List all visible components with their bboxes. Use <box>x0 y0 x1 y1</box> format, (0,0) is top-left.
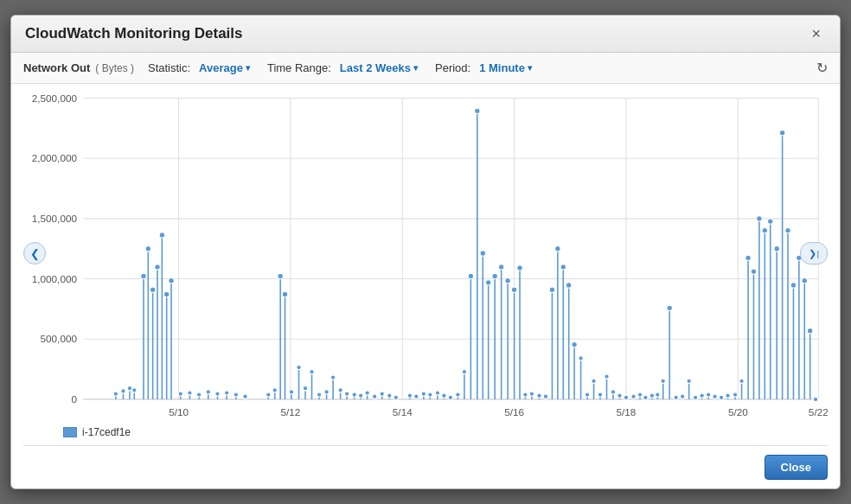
svg-point-78 <box>282 291 287 297</box>
chart-area: ❮ ❯| .grid-line { stroke: #e0e0e0; strok… <box>11 84 840 421</box>
svg-point-136 <box>485 280 490 285</box>
svg-point-106 <box>380 392 384 396</box>
svg-point-216 <box>739 379 744 383</box>
period-label: Period: <box>435 61 470 74</box>
svg-point-234 <box>790 283 796 288</box>
svg-point-120 <box>435 391 439 395</box>
svg-point-82 <box>297 365 301 369</box>
period-value: 1 Minute <box>479 61 525 74</box>
svg-point-200 <box>687 379 691 383</box>
svg-text:1,500,000: 1,500,000 <box>32 213 78 224</box>
svg-point-202 <box>693 395 697 399</box>
svg-point-194 <box>667 305 672 310</box>
svg-point-198 <box>681 394 685 399</box>
svg-point-238 <box>802 278 807 284</box>
chart-svg: .grid-line { stroke: #e0e0e0; stroke-wid… <box>23 89 828 418</box>
svg-point-126 <box>456 392 460 397</box>
metric-unit: ( Bytes ) <box>95 62 134 74</box>
svg-point-36 <box>121 389 125 393</box>
svg-point-226 <box>768 219 773 224</box>
svg-point-212 <box>726 393 730 398</box>
svg-point-188 <box>649 393 654 398</box>
svg-point-204 <box>700 393 704 398</box>
svg-text:5/12: 5/12 <box>281 406 301 418</box>
svg-point-112 <box>407 393 412 398</box>
svg-point-34 <box>113 392 118 396</box>
svg-point-70 <box>243 394 247 399</box>
svg-point-170 <box>592 379 596 383</box>
svg-point-92 <box>330 375 335 380</box>
svg-point-150 <box>529 392 534 396</box>
svg-point-96 <box>344 392 349 396</box>
svg-point-94 <box>338 388 342 392</box>
toolbar: Network Out ( Bytes ) Statistic: Average… <box>11 53 840 84</box>
svg-point-144 <box>511 287 516 292</box>
svg-text:500,000: 500,000 <box>41 334 78 345</box>
svg-text:2,500,000: 2,500,000 <box>32 93 78 104</box>
svg-point-214 <box>733 392 737 397</box>
svg-point-76 <box>278 273 283 278</box>
statistic-label: Statistic: <box>148 61 190 74</box>
svg-point-208 <box>713 394 717 399</box>
metric-label: Network Out <box>23 61 90 74</box>
statistic-dropdown[interactable]: Average ▾ <box>195 60 253 76</box>
svg-text:5/10: 5/10 <box>169 406 189 418</box>
svg-point-66 <box>225 391 229 395</box>
svg-point-174 <box>605 374 609 379</box>
svg-text:5/20: 5/20 <box>728 406 748 418</box>
svg-point-152 <box>537 393 541 398</box>
svg-point-182 <box>631 394 636 399</box>
refresh-button[interactable]: ↻ <box>816 60 828 76</box>
svg-point-88 <box>317 392 321 397</box>
svg-point-104 <box>373 394 377 399</box>
svg-point-48 <box>155 265 160 270</box>
svg-point-86 <box>310 370 314 374</box>
svg-point-58 <box>188 391 192 395</box>
svg-point-146 <box>517 265 522 271</box>
svg-point-56 <box>178 392 182 396</box>
nav-left-button[interactable]: ❮ <box>23 242 46 265</box>
svg-point-98 <box>352 392 356 397</box>
legend-area: i-17cedf1e <box>11 421 840 445</box>
footer: Close <box>11 446 840 488</box>
svg-point-102 <box>365 391 369 395</box>
svg-text:1,000,000: 1,000,000 <box>32 273 78 284</box>
svg-point-124 <box>448 395 452 399</box>
chart-container: ❮ ❯| .grid-line { stroke: #e0e0e0; strok… <box>23 89 828 418</box>
svg-point-178 <box>617 393 622 398</box>
svg-point-156 <box>549 287 554 292</box>
svg-point-228 <box>774 246 779 252</box>
svg-point-180 <box>624 395 628 399</box>
legend-instance-label: i-17cedf1e <box>82 426 131 438</box>
close-button[interactable]: Close <box>765 455 828 480</box>
period-dropdown[interactable]: 1 Minute ▾ <box>476 60 535 76</box>
svg-point-52 <box>163 291 169 297</box>
svg-point-242 <box>813 397 817 401</box>
nav-right-button[interactable]: ❯| <box>800 242 828 265</box>
close-x-button[interactable]: × <box>806 24 826 43</box>
svg-point-132 <box>475 108 480 113</box>
svg-point-184 <box>637 392 642 397</box>
svg-point-218 <box>745 255 751 260</box>
statistic-arrow: ▾ <box>246 63 250 73</box>
svg-point-176 <box>611 390 615 394</box>
svg-point-74 <box>272 388 277 392</box>
time-range-dropdown[interactable]: Last 2 Weeks ▾ <box>336 60 421 76</box>
svg-point-50 <box>159 233 164 238</box>
svg-point-210 <box>719 395 723 399</box>
svg-point-130 <box>468 273 473 278</box>
svg-text:5/18: 5/18 <box>617 406 637 418</box>
dialog-title: CloudWatch Monitoring Details <box>25 25 243 42</box>
svg-point-42 <box>141 273 146 278</box>
svg-point-192 <box>661 379 665 383</box>
svg-text:2,000,000: 2,000,000 <box>32 153 78 164</box>
statistic-value: Average <box>199 61 243 74</box>
svg-point-140 <box>498 265 503 270</box>
svg-point-64 <box>215 392 220 396</box>
legend-color-box <box>63 427 77 437</box>
svg-point-154 <box>543 394 547 399</box>
svg-point-38 <box>127 386 131 391</box>
svg-point-222 <box>757 216 762 221</box>
svg-point-116 <box>421 392 426 396</box>
cloudwatch-dialog: CloudWatch Monitoring Details × Network … <box>10 15 841 489</box>
